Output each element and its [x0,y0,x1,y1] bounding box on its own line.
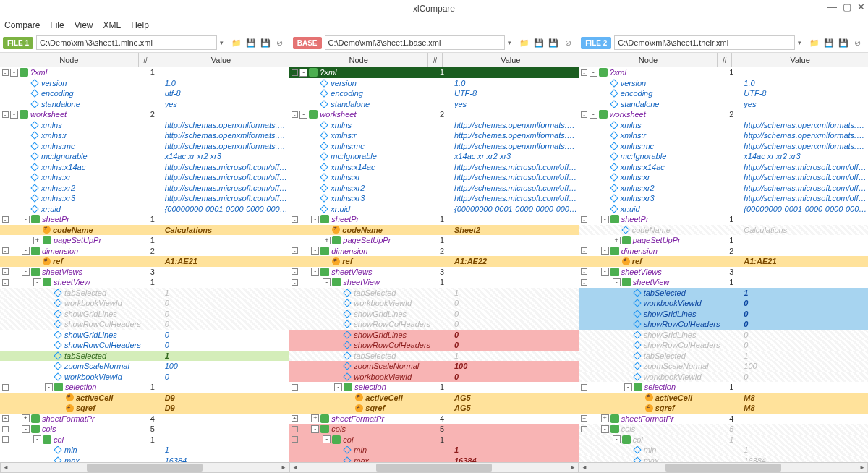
gutter-expand[interactable]: - [0,216,10,223]
tree-row[interactable]: xmlns:xrhttp://schemas.microsoft.com/off… [0,172,289,183]
base-save-icon[interactable]: 💾 [533,37,545,48]
gutter-expand[interactable]: - [289,69,299,76]
gutter-expand[interactable]: - [579,384,590,391]
tree-row[interactable]: xmlns:rhttp://schemas.openxmlformats.org… [0,130,289,141]
tree-row[interactable]: min1 [579,445,868,456]
tree-row[interactable]: --selection1 [289,382,578,393]
tree-row[interactable]: encodingutf-8 [0,88,289,99]
expand-toggle[interactable]: - [334,383,342,391]
tree-row[interactable]: activeCellM8 [579,393,868,404]
tree-row[interactable]: showRowColHeaders0 [289,319,578,330]
expand-toggle[interactable]: - [624,383,632,391]
tree-row[interactable]: mc:Ignorablex14ac xr xr2 xr3 [0,151,289,162]
gutter-expand[interactable]: - [0,268,10,275]
tree-row[interactable]: xmlnshttp://schemas.openxmlformats.org/s… [289,120,578,131]
tree-row[interactable]: codeNameCalculations [579,225,868,236]
tree-row[interactable]: ++sheetFormatPr4 [0,414,289,425]
tree-row[interactable]: xmlnshttp://schemas.openxmlformats.org/s… [0,120,289,131]
gutter-expand[interactable]: - [0,384,10,391]
gutter-expand[interactable]: - [289,384,299,391]
tree-row[interactable]: ++sheetFormatPr4 [579,414,868,425]
file1-close-icon[interactable]: ⊘ [274,37,286,48]
tree-row[interactable]: zoomScaleNormal100 [289,361,578,372]
tree-row[interactable]: --sheetViews3 [0,267,289,278]
tree-row[interactable]: xmlns:xrhttp://schemas.microsoft.com/off… [289,172,578,183]
file1-dropdown-icon[interactable]: ▾ [217,39,226,46]
expand-toggle[interactable]: - [45,383,53,391]
gutter-expand[interactable]: - [0,436,10,443]
tree-row[interactable]: xmlns:xr2http://schemas.microsoft.com/of… [579,183,868,194]
tree-row[interactable]: tabSelected1 [289,288,578,299]
tree-row[interactable]: --sheetPr1 [289,214,578,225]
tree-row[interactable]: --col1 [0,435,289,446]
expand-toggle[interactable]: + [311,414,319,422]
tree-row[interactable]: --dimension2 [579,246,868,257]
tree-row[interactable]: --selection1 [0,382,289,393]
base-open-icon[interactable]: 📁 [519,37,530,48]
tree-row[interactable]: workbookViewId0 [289,372,578,383]
file1-open-icon[interactable]: 📁 [231,37,242,48]
tree-row[interactable]: --sheetPr1 [0,214,289,225]
base-path-input[interactable] [325,35,506,50]
tree-row[interactable]: showGridLines0 [289,330,578,341]
tree-row[interactable]: standaloneyes [289,99,578,110]
expand-toggle[interactable]: - [299,69,307,77]
gutter-expand[interactable]: - [0,111,10,118]
gutter-expand[interactable]: - [0,426,10,432]
tree-row[interactable]: showRowColHeaders0 [289,340,578,351]
tree-row[interactable]: xmlns:mchttp://schemas.openxmlformats.or… [289,141,578,152]
file1-path-input[interactable] [36,35,217,50]
tree-row[interactable]: xmlns:mchttp://schemas.openxmlformats.or… [579,141,868,152]
col-header-value[interactable]: Value [443,53,579,67]
tree-row[interactable]: --cols5 [579,424,868,435]
tree-row[interactable]: showGridLines0 [289,309,578,320]
panel2-tree[interactable]: --?xml1version1.0encodingUTF-8standalone… [289,67,578,462]
expand-toggle[interactable]: - [311,247,319,255]
tree-row[interactable]: +pageSetUpPr1 [0,235,289,246]
tree-row[interactable]: tabSelected1 [0,351,289,362]
col-header-hash[interactable]: # [428,53,443,67]
tree-row[interactable]: --worksheet2 [0,109,289,120]
tree-row[interactable]: -col1 [579,435,868,446]
file2-dropdown-icon[interactable]: ▾ [795,39,804,46]
tree-row[interactable]: encodingUTF-8 [289,88,578,99]
tree-row[interactable]: xmlns:xr2http://schemas.microsoft.com/of… [289,183,578,194]
col-header-hash[interactable]: # [718,53,732,67]
expand-toggle[interactable]: - [311,268,319,276]
expand-toggle[interactable]: - [299,111,307,119]
tree-row[interactable]: mc:Ignorablex14ac xr xr2 xr3 [579,151,868,162]
tree-row[interactable]: encodingUTF-8 [579,88,868,99]
tree-row[interactable]: max16384 [289,456,578,463]
tree-row[interactable]: showGridLines0 [579,330,868,341]
minimize-icon[interactable]: — [827,1,837,12]
tree-row[interactable]: showRowColHeaders0 [579,340,868,351]
file2-open-icon[interactable]: 📁 [809,37,820,48]
tree-row[interactable]: xmlns:xr3http://schemas.microsoft.com/of… [0,193,289,204]
file2-saveas-icon[interactable]: 💾 [838,37,849,48]
menu-help[interactable]: Help [131,20,149,30]
tree-row[interactable]: workbookViewId0 [0,372,289,383]
tree-row[interactable]: version1.0 [289,78,578,89]
tree-row[interactable]: xmlns:mchttp://schemas.openxmlformats.or… [0,141,289,152]
file1-save-icon[interactable]: 💾 [245,37,257,48]
tree-row[interactable]: refA1:AE21 [0,256,289,267]
panel2-hscroll[interactable]: ◄► [289,462,579,473]
tree-row[interactable]: workbookViewId0 [289,298,578,309]
expand-toggle[interactable]: - [590,111,597,119]
tree-row[interactable]: xmlns:rhttp://schemas.openxmlformats.org… [289,130,578,141]
tree-row[interactable]: showGridLines0 [0,330,289,341]
gutter-expand[interactable]: - [579,111,590,118]
tree-row[interactable]: --worksheet2 [289,109,578,120]
tree-row[interactable]: min1 [289,445,578,456]
col-header-node[interactable]: Node [0,53,139,67]
tree-row[interactable]: --sheetPr1 [579,214,868,225]
expand-toggle[interactable]: - [22,247,30,255]
tree-row[interactable]: --dimension2 [0,246,289,257]
expand-toggle[interactable]: - [22,216,30,223]
tree-row[interactable]: ++sheetFormatPr4 [289,414,578,425]
expand-toggle[interactable]: - [311,216,319,223]
expand-toggle[interactable]: - [601,216,609,223]
tree-row[interactable]: codeNameCalculations [0,225,289,236]
gutter-expand[interactable]: - [289,426,299,432]
expand-toggle[interactable]: - [22,425,30,433]
